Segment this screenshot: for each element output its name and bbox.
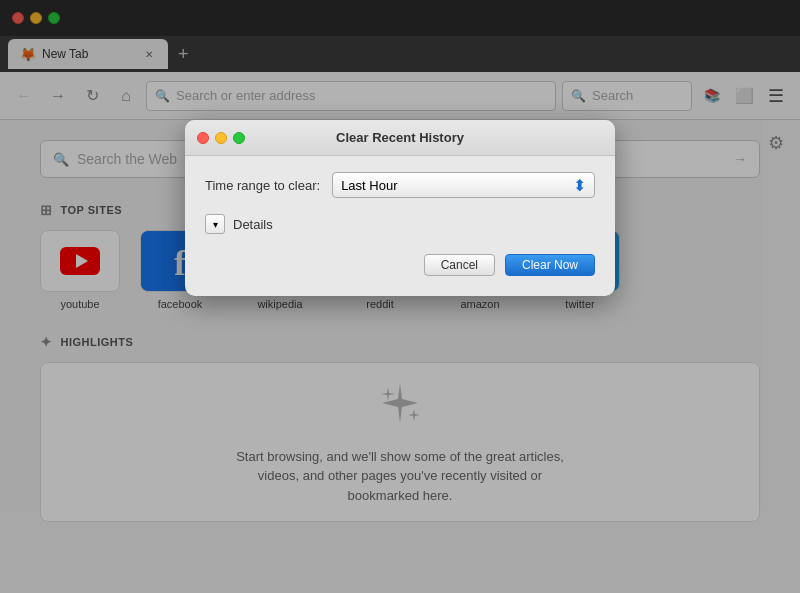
- dialog-traffic-lights: [197, 132, 245, 144]
- dialog-zoom-button[interactable]: [233, 132, 245, 144]
- clear-history-dialog: Clear Recent History Time range to clear…: [185, 120, 615, 296]
- details-label: Details: [233, 217, 273, 232]
- time-range-select[interactable]: Last Hour ⬍: [332, 172, 595, 198]
- dialog-overlay: Clear Recent History Time range to clear…: [0, 0, 800, 593]
- dialog-titlebar: Clear Recent History: [185, 120, 615, 156]
- time-range-label: Time range to clear:: [205, 178, 320, 193]
- dialog-buttons: Cancel Clear Now: [205, 254, 595, 276]
- time-range-value: Last Hour: [341, 178, 397, 193]
- details-toggle-button[interactable]: ▾: [205, 214, 225, 234]
- dialog-title: Clear Recent History: [336, 130, 464, 145]
- dialog-close-button[interactable]: [197, 132, 209, 144]
- time-range-row: Time range to clear: Last Hour ⬍: [205, 172, 595, 198]
- dialog-minimize-button[interactable]: [215, 132, 227, 144]
- cancel-button[interactable]: Cancel: [424, 254, 495, 276]
- dialog-body: Time range to clear: Last Hour ⬍ ▾ Detai…: [185, 156, 615, 296]
- details-row: ▾ Details: [205, 214, 595, 234]
- clear-now-button[interactable]: Clear Now: [505, 254, 595, 276]
- select-arrow-icon: ⬍: [573, 176, 586, 195]
